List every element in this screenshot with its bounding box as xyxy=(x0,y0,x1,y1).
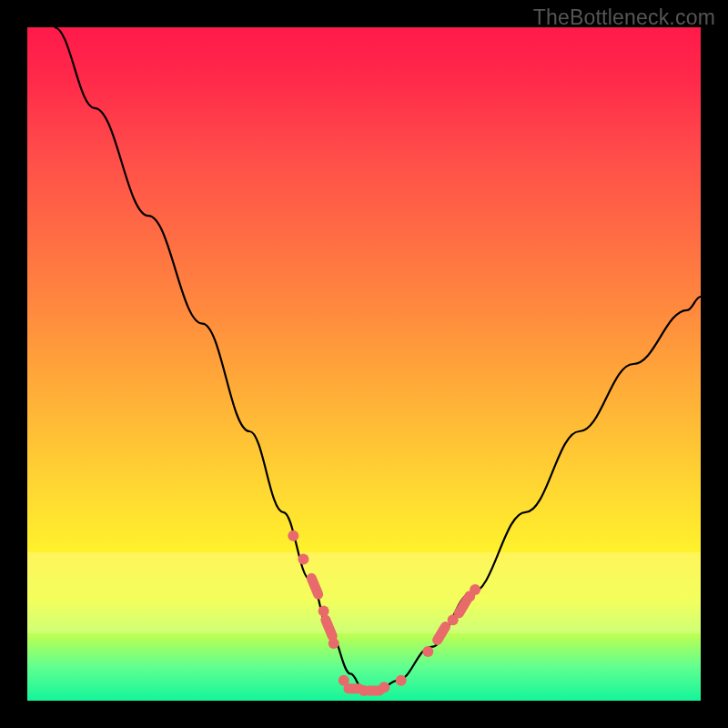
data-marker xyxy=(422,646,433,657)
data-marker xyxy=(379,682,389,693)
data-marker xyxy=(329,638,339,649)
data-marker-pill xyxy=(459,600,467,613)
chart-plot-area xyxy=(27,27,701,701)
data-marker xyxy=(470,584,480,595)
watermark-text: TheBottleneck.com xyxy=(533,5,715,30)
marker-group xyxy=(288,531,480,696)
data-marker xyxy=(298,554,308,565)
bottleneck-curve xyxy=(55,27,701,691)
data-marker xyxy=(396,675,407,686)
data-marker xyxy=(288,531,298,541)
data-marker-pill xyxy=(311,578,318,594)
chart-svg xyxy=(27,27,701,701)
data-marker xyxy=(318,606,329,617)
data-marker-pill xyxy=(326,620,332,636)
data-marker-pill xyxy=(438,627,446,641)
